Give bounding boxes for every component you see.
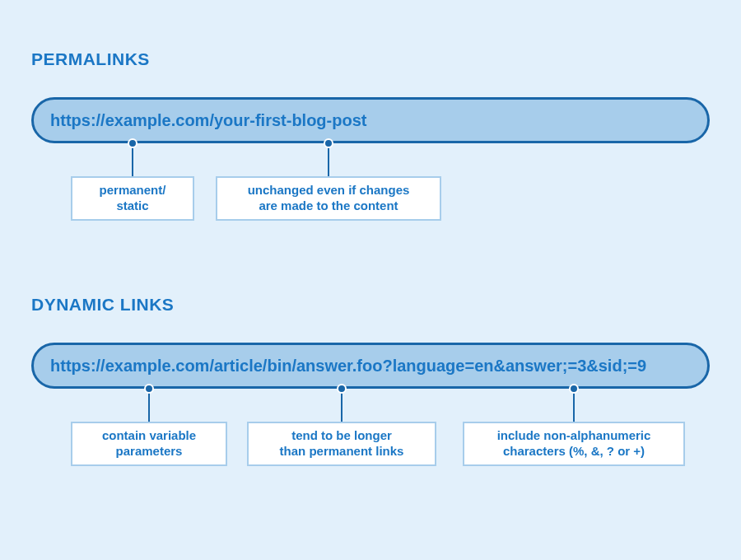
connector-line	[132, 143, 133, 176]
permalinks-url-text: https://example.com/your-first-blog-post	[50, 111, 366, 130]
permalinks-annotation-2: unchanged even if changesare made to the…	[216, 176, 441, 221]
connector-line	[341, 389, 343, 422]
connector-line	[148, 389, 150, 422]
dynamic-url-text: https://example.com/article/bin/answer.f…	[50, 357, 646, 376]
permalinks-heading: PERMALINKS	[31, 49, 150, 69]
connector-line	[573, 389, 575, 422]
connector-dot	[337, 384, 347, 394]
connector-dot	[324, 138, 333, 148]
connector-line	[328, 143, 329, 176]
permalinks-annotation-1: permanent/static	[71, 176, 194, 221]
dynamic-url-pill: https://example.com/article/bin/answer.f…	[31, 343, 710, 389]
connector-dot	[144, 384, 154, 394]
dynamic-annotation-1: contain variableparameters	[71, 422, 227, 466]
dynamic-annotation-3: include non-alphanumericcharacters (%, &…	[463, 422, 685, 466]
connector-dot	[128, 138, 137, 148]
dynamic-heading: DYNAMIC LINKS	[31, 295, 174, 315]
connector-dot	[569, 384, 579, 394]
permalinks-url-pill: https://example.com/your-first-blog-post	[31, 97, 710, 143]
dynamic-annotation-2: tend to be longerthan permanent links	[247, 422, 436, 466]
